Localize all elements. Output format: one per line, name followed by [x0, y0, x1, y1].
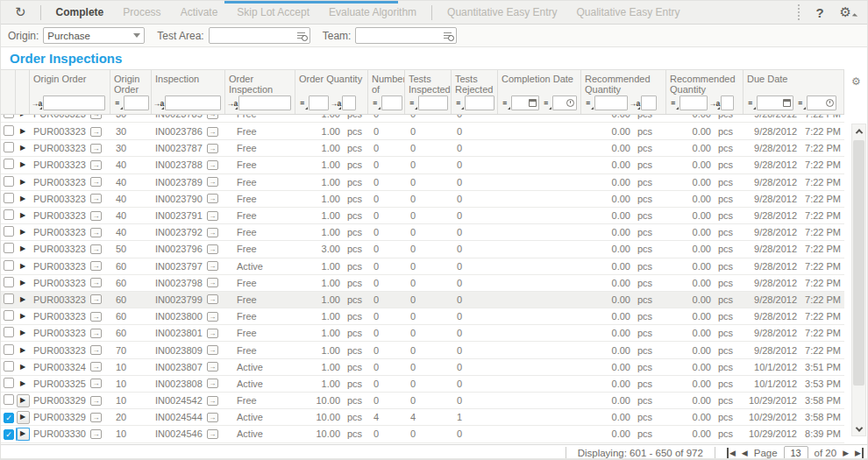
- row-checkbox[interactable]: [4, 327, 14, 337]
- expand-row-button[interactable]: ▶: [17, 209, 30, 223]
- navigate-icon[interactable]: →: [207, 345, 218, 355]
- row-checkbox[interactable]: [4, 125, 14, 136]
- expand-row-button[interactable]: ▶: [17, 377, 30, 390]
- expand-row-button[interactable]: ▶: [17, 343, 30, 357]
- column-header-recommended-quantity-accepted[interactable]: Recommended Quantity Accepted = →a: [581, 70, 666, 114]
- expand-row-button[interactable]: ▶: [17, 115, 30, 121]
- navigate-icon[interactable]: →: [90, 396, 102, 406]
- navigate-icon[interactable]: →: [90, 228, 102, 237]
- prev-page-button[interactable]: ◀: [742, 448, 748, 458]
- table-row[interactable]: ▶ PUR003323→ 40 IN0023792→ Free 1.00 pcs…: [1, 224, 844, 241]
- expand-row-button[interactable]: ▶: [17, 327, 30, 340]
- navigate-icon[interactable]: →: [207, 194, 218, 203]
- table-row[interactable]: ▶ PUR003323→ 50 IN0023796→ Free 3.00 pcs…: [1, 241, 844, 258]
- table-row[interactable]: ▶ PUR003323→ 40 IN0023790→ Free 1.00 pcs…: [1, 191, 844, 208]
- row-checkbox[interactable]: [4, 394, 14, 405]
- table-row[interactable]: ▶ PUR003323→ 30 IN0023785→ Free 1.00 pcs…: [1, 115, 844, 123]
- expand-row-button[interactable]: ▶: [17, 360, 30, 373]
- filter-op-equals-icon[interactable]: =: [111, 96, 123, 110]
- table-row[interactable]: ▶ PUR003323→ 70 IN0023809→ Free 1.00 pcs…: [1, 342, 844, 358]
- row-checkbox[interactable]: [4, 260, 14, 271]
- expand-row-button[interactable]: ▶: [17, 411, 30, 424]
- navigate-icon[interactable]: →: [90, 329, 102, 338]
- table-row[interactable]: ▶ PUR003329→ 10 IN0024542→ Free 10.00 pc…: [1, 393, 844, 409]
- row-checkbox[interactable]: ✓: [4, 413, 14, 423]
- filter-op-equals-icon[interactable]: =: [667, 96, 679, 110]
- grid-settings-gear-icon[interactable]: ⚙: [851, 75, 861, 88]
- navigate-icon[interactable]: →: [207, 177, 218, 187]
- row-checkbox[interactable]: [4, 294, 14, 304]
- navigate-icon[interactable]: →: [90, 429, 102, 439]
- expand-row-button[interactable]: ▶: [17, 259, 30, 272]
- navigate-icon[interactable]: →: [90, 211, 102, 221]
- row-checkbox[interactable]: [4, 226, 14, 237]
- navigate-icon[interactable]: →: [207, 160, 218, 170]
- lookup-icon[interactable]: [296, 31, 308, 41]
- navigate-icon[interactable]: →: [207, 362, 218, 372]
- expand-row-button[interactable]: ▶: [17, 310, 30, 323]
- complete-button[interactable]: Complete: [46, 1, 114, 24]
- navigate-icon[interactable]: →: [90, 379, 102, 388]
- row-checkbox[interactable]: ✓: [4, 429, 14, 440]
- navigate-icon[interactable]: →: [90, 194, 102, 203]
- team-input[interactable]: [355, 27, 457, 44]
- expand-row-button[interactable]: ▶: [17, 192, 30, 205]
- column-header-order-quantity[interactable]: Order Quantity = →a: [295, 70, 368, 114]
- navigate-icon[interactable]: →: [207, 244, 218, 254]
- clock-icon[interactable]: [566, 99, 574, 107]
- expand-row-button[interactable]: ▶: [17, 125, 30, 138]
- help-icon[interactable]: ?: [807, 5, 832, 20]
- navigate-icon[interactable]: →: [90, 244, 102, 254]
- expand-row-button[interactable]: ▶: [17, 293, 30, 306]
- filter-input-origin-order-line[interactable]: [124, 96, 149, 110]
- row-checkbox[interactable]: [4, 243, 14, 253]
- row-checkbox[interactable]: [4, 310, 14, 321]
- scrollbar-thumb[interactable]: [853, 140, 864, 386]
- filter-op-equals-icon[interactable]: =: [582, 96, 594, 110]
- expand-row-button[interactable]: ▶: [17, 394, 30, 407]
- filter-op-equals-icon[interactable]: =: [744, 96, 756, 110]
- navigate-icon[interactable]: →: [207, 144, 218, 153]
- row-checkbox[interactable]: [4, 344, 14, 355]
- row-checkbox[interactable]: [4, 159, 14, 169]
- navigate-icon[interactable]: →: [90, 144, 102, 153]
- row-checkbox[interactable]: [4, 277, 14, 287]
- first-page-button[interactable]: ◀: [727, 448, 736, 458]
- table-row[interactable]: ▶ PUR003323→ 60 IN0023800→ Free 1.00 pcs…: [1, 308, 844, 325]
- filter-op-equals-icon[interactable]: =: [452, 96, 464, 110]
- table-row[interactable]: ▶ PUR003324→ 10 IN0023807→ Active 1.00 p…: [1, 359, 844, 376]
- origin-select[interactable]: Purchase: [43, 27, 145, 44]
- navigate-icon[interactable]: →: [90, 115, 102, 119]
- calendar-icon[interactable]: [529, 99, 537, 107]
- navigate-icon[interactable]: →: [207, 413, 218, 422]
- table-row[interactable]: ▶ PUR003323→ 40 IN0023788→ Free 1.00 pcs…: [1, 157, 844, 173]
- table-row[interactable]: ▶ PUR003323→ 60 IN0023799→ Free 1.00 pcs…: [1, 292, 844, 308]
- filter-op-equals-icon[interactable]: =: [369, 96, 381, 110]
- lookup-icon[interactable]: [443, 31, 454, 41]
- column-header-status[interactable]: Order Inspection Status →a: [225, 70, 295, 114]
- navigate-icon[interactable]: →: [207, 115, 218, 119]
- row-checkbox[interactable]: [4, 361, 14, 372]
- navigate-icon[interactable]: →: [207, 329, 218, 338]
- expand-row-button[interactable]: ▶: [17, 226, 30, 239]
- filter-op-equals-icon[interactable]: =: [540, 96, 551, 110]
- navigate-icon[interactable]: →: [90, 294, 102, 304]
- table-row[interactable]: ▶ PUR003323→ 40 IN0023791→ Free 1.00 pcs…: [1, 208, 844, 224]
- filter-input-rec-qty-rejected[interactable]: [679, 96, 708, 110]
- navigate-icon[interactable]: →: [207, 379, 218, 388]
- table-row[interactable]: ▶ PUR003323→ 60 IN0023801→ Free 1.00 pcs…: [1, 325, 844, 342]
- filter-input-order-uom[interactable]: [342, 96, 356, 110]
- column-header-tests-rejected[interactable]: Tests Rejected =: [452, 70, 498, 114]
- table-row[interactable]: ✓ ▶ PUR003329→ 20 IN0024544→ Active 10.0…: [1, 409, 844, 426]
- column-header-inspection[interactable]: Inspection →a: [152, 70, 225, 114]
- table-row[interactable]: ▶ PUR003323→ 60 IN0023797→ Active 1.00 p…: [1, 258, 844, 275]
- scroll-up-button[interactable]: [852, 124, 865, 138]
- filter-input-origin-order[interactable]: [43, 96, 105, 110]
- filter-input-inspection[interactable]: [165, 96, 221, 110]
- row-checkbox[interactable]: [4, 115, 14, 118]
- column-header-origin-order-line[interactable]: Origin Order Line =: [110, 70, 152, 114]
- refresh-icon[interactable]: ↻: [6, 4, 35, 20]
- clock-icon[interactable]: [826, 99, 834, 107]
- expand-row-button[interactable]: ▶: [17, 142, 30, 155]
- toolbar-settings-button[interactable]: ⚙: [833, 4, 864, 20]
